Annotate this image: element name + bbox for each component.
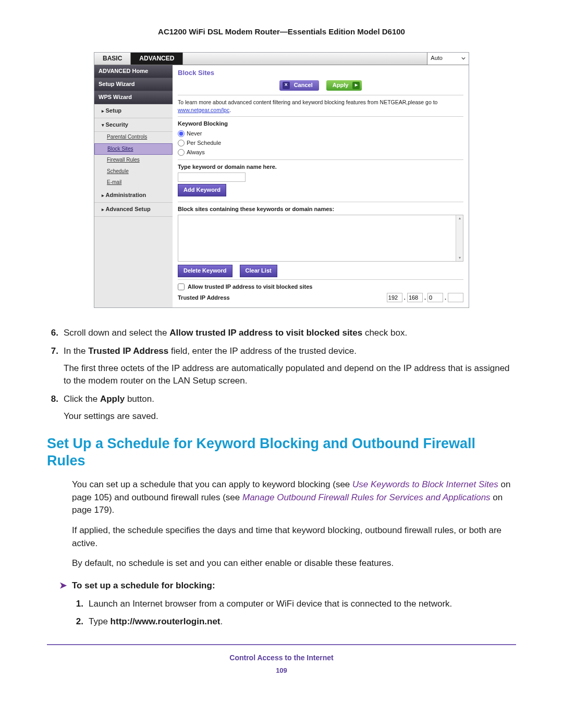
learn-more-link[interactable]: www.netgear.com/lpc <box>178 107 229 113</box>
ip-octet-3[interactable] <box>427 293 443 302</box>
router-ui-screenshot: BASIC ADVANCED Auto ADVANCED Home Setup … <box>94 52 469 309</box>
sidebar-setup-wizard[interactable]: Setup Wizard <box>94 78 173 91</box>
sidebar-parental-controls[interactable]: Parental Controls <box>94 132 173 143</box>
procedure-heading: ➤ To set up a schedule for blocking: <box>59 579 516 593</box>
sidebar-advanced-home[interactable]: ADVANCED Home <box>94 65 173 78</box>
sidebar-section-advanced-setup[interactable]: Advanced Setup <box>94 203 173 217</box>
sidebar: ADVANCED Home Setup Wizard WPS Wizard Se… <box>94 65 173 308</box>
step-text: Scroll down and select the Allow trusted… <box>64 327 516 340</box>
step-number: 7. <box>47 345 64 388</box>
language-value: Auto <box>431 54 443 63</box>
arrow-right-icon: ➤ <box>59 579 67 593</box>
sidebar-firewall-rules[interactable]: Firewall Rules <box>94 155 173 166</box>
radio-never[interactable]: Never <box>178 129 463 139</box>
sidebar-wps-wizard[interactable]: WPS Wizard <box>94 91 173 104</box>
step-text: Click the Apply button. Your settings ar… <box>64 393 516 423</box>
close-icon: × <box>283 82 290 89</box>
paragraph: By default, no schedule is set and you c… <box>72 557 516 570</box>
sidebar-section-administration[interactable]: Administration <box>94 189 173 203</box>
type-keyword-label: Type keyword or domain name here. <box>178 163 463 171</box>
paragraph: You can set up a schedule that you can a… <box>72 478 516 517</box>
sidebar-email[interactable]: E-mail <box>94 177 173 189</box>
link-manage-outbound[interactable]: Manage Outbound Firewall Rules for Servi… <box>242 492 491 502</box>
section-heading: Set Up a Schedule for Keyword Blocking a… <box>47 435 516 469</box>
scrollbar[interactable]: ▴▾ <box>456 215 463 261</box>
ip-octet-2[interactable] <box>407 293 423 302</box>
add-keyword-button[interactable]: Add Keyword <box>178 184 226 196</box>
ip-octet-4[interactable] <box>448 293 463 302</box>
block-list-heading: Block sites containing these keywords or… <box>178 205 463 214</box>
tab-advanced[interactable]: ADVANCED <box>131 53 183 65</box>
step-number: 2. <box>72 615 89 628</box>
sidebar-block-sites[interactable]: Block Sites <box>94 143 173 155</box>
link-use-keywords[interactable]: Use Keywords to Block Internet Sites <box>352 479 498 489</box>
tab-bar: BASIC ADVANCED Auto <box>94 53 469 65</box>
step-text: Type http://www.routerlogin.net. <box>89 615 516 628</box>
sidebar-section-security[interactable]: Security <box>94 118 173 132</box>
chevron-down-icon <box>461 56 466 60</box>
trusted-ip-label: Trusted IP Address <box>178 294 386 302</box>
footer-caption: Control Access to the Internet <box>47 652 516 663</box>
steps-list-b: 1. Launch an Internet browser from a com… <box>72 598 516 628</box>
learn-more-note: To learn more about advanced content fil… <box>178 98 463 114</box>
doc-title: AC1200 WiFi DSL Modem Router—Essentials … <box>47 26 516 38</box>
keyword-input[interactable] <box>178 172 246 182</box>
apply-button[interactable]: Apply ▸ <box>326 80 362 91</box>
content-panel: Block Sites × Cancel Apply ▸ To learn mo… <box>173 65 469 308</box>
delete-keyword-button[interactable]: Delete Keyword <box>178 265 232 277</box>
step-number: 6. <box>47 327 64 340</box>
step-text: Launch an Internet browser from a comput… <box>89 598 516 611</box>
step-number: 1. <box>72 598 89 611</box>
steps-list-a: 6. Scroll down and select the Allow trus… <box>47 327 516 423</box>
step-text: In the Trusted IP Address field, enter t… <box>64 345 516 388</box>
tab-basic[interactable]: BASIC <box>94 53 131 65</box>
allow-trusted-checkbox[interactable]: Allow trusted IP address to visit blocke… <box>178 283 463 291</box>
language-select[interactable]: Auto <box>427 53 469 65</box>
panel-title: Block Sites <box>178 68 463 78</box>
paragraph: If applied, the schedule specifies the d… <box>72 524 516 550</box>
footer-rule <box>47 644 516 645</box>
trusted-ip-row: Trusted IP Address . . . <box>178 293 463 302</box>
keyword-listbox[interactable]: ▴▾ <box>178 215 463 262</box>
step-number: 8. <box>47 393 64 423</box>
ip-octet-1[interactable] <box>387 293 402 302</box>
cancel-button[interactable]: × Cancel <box>279 80 319 91</box>
page-number: 109 <box>47 666 516 676</box>
clear-list-button[interactable]: Clear List <box>240 265 277 277</box>
keyword-blocking-heading: Keyword Blocking <box>178 120 463 128</box>
radio-per-schedule[interactable]: Per Schedule <box>178 139 463 148</box>
sidebar-schedule[interactable]: Schedule <box>94 166 173 178</box>
arrow-right-icon: ▸ <box>352 82 360 89</box>
radio-always[interactable]: Always <box>178 148 463 157</box>
sidebar-section-setup[interactable]: Setup <box>94 104 173 118</box>
